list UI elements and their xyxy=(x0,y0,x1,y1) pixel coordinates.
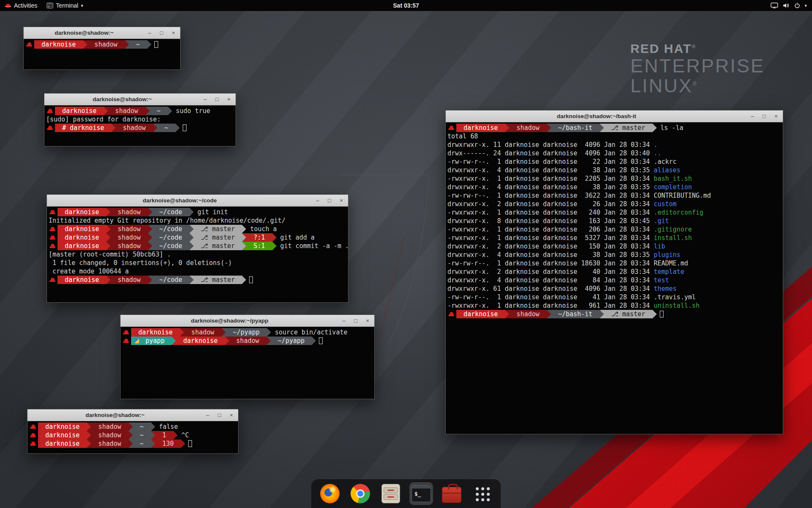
prompt-segment-host: shadow xyxy=(110,225,148,233)
window-titlebar[interactable]: darknoise@shadow:~ – □ × xyxy=(24,27,180,39)
terminal-line: # darknoise shadow ~ xyxy=(46,124,234,132)
maximize-button[interactable]: □ xyxy=(326,197,333,204)
maximize-button[interactable]: □ xyxy=(761,113,768,120)
terminal-line: -rwxrwxr-x. 1 darknoise darknoise 2205 J… xyxy=(447,174,781,183)
terminal-content[interactable]: darknoise shadow ~ sudo true[sudo] passw… xyxy=(44,105,236,146)
close-button[interactable]: × xyxy=(170,30,177,36)
powerline-separator xyxy=(173,431,178,439)
terminal-content[interactable]: darknoise shadow ~/code git initInitiali… xyxy=(47,207,348,302)
window-titlebar[interactable]: darknoise@shadow:~ – □ × xyxy=(44,94,236,105)
minimize-button[interactable]: – xyxy=(340,318,347,324)
dock-item-files[interactable] xyxy=(379,482,403,505)
window-titlebar[interactable]: darknoise@shadow:~ – □ × xyxy=(27,409,238,421)
window-titlebar[interactable]: darknoise@shadow:~/bash-it – □ × xyxy=(446,110,783,122)
prompt-segment-host: shadow xyxy=(91,422,128,431)
dock-item-terminal[interactable] xyxy=(409,482,433,505)
terminal-text: plugins xyxy=(654,251,680,259)
powerline-separator xyxy=(87,422,91,431)
prompt-segment-host: shadow xyxy=(110,276,148,284)
terminal-content[interactable]: darknoise shadow ~ xyxy=(24,39,180,69)
terminal-text: README.md xyxy=(654,259,688,268)
terminal-window: darknoise@shadow:~ – □ × darknoise shado… xyxy=(44,93,236,146)
terminal-line: darknoise shadow ~ sudo true xyxy=(46,107,234,115)
system-status-area[interactable]: ▾ xyxy=(765,0,812,11)
terminal-content[interactable]: darknoise shadow ~ false darknoise shado… xyxy=(27,421,238,453)
minimize-button[interactable]: – xyxy=(749,113,756,120)
terminal-line: darknoise shadow ~/code ⎇ master ?:1 git… xyxy=(49,233,346,242)
terminal-text: drwxrwxr-x. 2 darknoise darknoise 40 Jan… xyxy=(447,268,654,276)
prompt-segment-path: ~ xyxy=(150,107,168,115)
clock[interactable]: Sat 03:57 xyxy=(393,2,419,9)
maximize-button[interactable]: □ xyxy=(352,318,359,324)
window-title: darknoise@shadow:~ xyxy=(44,96,200,102)
minimize-button[interactable]: – xyxy=(204,412,211,419)
powerline-separator xyxy=(180,328,184,337)
dock-item-toolbox[interactable] xyxy=(440,482,464,505)
branding-line1: RED HAT® xyxy=(630,41,765,56)
prompt-segment-git: ⎇ master xyxy=(194,225,242,233)
window-titlebar[interactable]: darknoise@shadow:~/code – □ × xyxy=(47,195,348,207)
dock-item-chrome[interactable] xyxy=(348,482,372,505)
powerline-separator xyxy=(176,124,180,132)
redhat-icon xyxy=(123,338,129,344)
terminal-line: -rw-rw-r--. 1 darknoise darknoise 22 Jan… xyxy=(447,157,781,166)
close-button[interactable]: × xyxy=(338,197,345,204)
desktop-stage: RED HAT® ENTERPRISE LINUX® Activities >_… xyxy=(0,0,812,508)
terminal-text: install.sh xyxy=(654,234,692,242)
prompt-segment-dirty: ?:1 xyxy=(246,233,272,242)
prompt-segment-user: darknoise xyxy=(38,431,87,439)
powerline-separator xyxy=(267,328,271,337)
terminal-text: create mode 100644 a xyxy=(49,267,129,276)
prompt-segment-user: darknoise xyxy=(456,124,505,132)
close-button[interactable]: × xyxy=(225,96,232,103)
window-titlebar[interactable]: darknoise@shadow:~/pyapp – □ × xyxy=(121,315,374,327)
redhat-icon xyxy=(47,125,53,131)
terminal-line: -rwxrwxr-x. 1 darknoise darknoise 961 Ja… xyxy=(447,301,781,310)
terminal-line: pyapp darknoise shadow ~/pyapp xyxy=(122,337,373,345)
powerline-separator xyxy=(242,276,246,284)
prompt-segment-path: ~/bash-it xyxy=(551,310,600,318)
prompt-segment-err: 130 xyxy=(155,439,181,448)
terminal-text: bash_it.sh xyxy=(654,174,692,183)
prompt-segment-path: ~/pyapp xyxy=(226,328,267,337)
prompt-segment-host: shadow xyxy=(115,124,153,132)
maximize-button[interactable]: □ xyxy=(216,412,223,419)
redhat-icon xyxy=(30,424,36,430)
close-button[interactable]: × xyxy=(228,412,235,419)
powerline-separator xyxy=(153,124,157,132)
terminal-content[interactable]: darknoise shadow ~/bash-it ⎇ master ls -… xyxy=(446,122,783,434)
maximize-button[interactable]: □ xyxy=(214,96,220,103)
terminal-line: darknoise shadow ~ 130 xyxy=(29,439,236,448)
dock-item-firefox[interactable] xyxy=(318,482,342,505)
close-button[interactable]: × xyxy=(773,113,779,120)
terminal-line: drwxrwxr-x. 4 darknoise darknoise 38 Jan… xyxy=(447,183,781,191)
trademark-symbol: ® xyxy=(693,81,698,87)
minimize-button[interactable]: – xyxy=(146,30,153,36)
branding-line3: LINUX® xyxy=(630,76,765,96)
app-menu[interactable]: >_ Terminal ▾ xyxy=(42,0,88,11)
redhat-icon xyxy=(26,42,32,47)
activities-button[interactable]: Activities xyxy=(0,0,42,11)
terminal-text: drwxrwxr-x. 11 darknoise darknoise 4096 … xyxy=(447,141,654,149)
dock-item-app-grid[interactable] xyxy=(470,482,494,505)
close-button[interactable]: × xyxy=(364,318,371,324)
terminal-line: drwxrwxr-x. 4 darknoise darknoise 84 Jan… xyxy=(447,276,781,284)
terminal-content[interactable]: darknoise shadow ~/pyapp source bin/acti… xyxy=(121,327,374,399)
minimize-button[interactable]: – xyxy=(314,197,321,204)
terminal-text: [master (root-commit) 50bcb63] . xyxy=(49,250,171,259)
power-icon xyxy=(794,3,800,8)
minimize-button[interactable]: – xyxy=(202,96,208,103)
prompt-segment-git: ⎇ master xyxy=(604,310,653,318)
powerline-separator xyxy=(148,276,152,284)
redhat-branding: RED HAT® ENTERPRISE LINUX® xyxy=(630,41,765,96)
terminal-text: uninstall.sh xyxy=(654,301,700,310)
terminal-text: drwxrwxr-x. 4 darknoise darknoise 38 Jan… xyxy=(447,251,654,259)
powerline-separator xyxy=(147,40,151,49)
powerline-separator xyxy=(106,225,110,233)
display-icon xyxy=(771,3,778,8)
app-menu-label: Terminal xyxy=(56,2,78,9)
powerline-separator xyxy=(547,310,551,318)
terminal-cursor xyxy=(154,41,158,48)
maximize-button[interactable]: □ xyxy=(158,30,165,36)
prompt-segment-path: ~/pyapp xyxy=(271,337,312,345)
